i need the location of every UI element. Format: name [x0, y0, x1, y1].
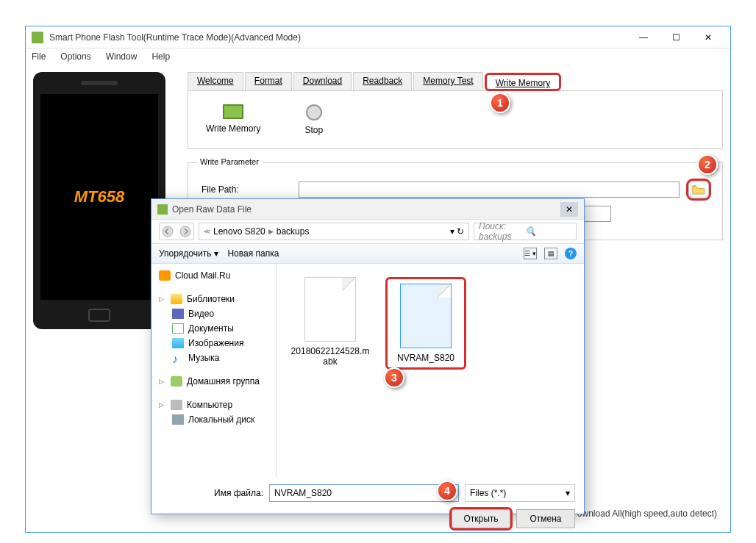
- stop-button[interactable]: Stop: [304, 104, 323, 135]
- file-item[interactable]: 20180622124528.mabk: [290, 277, 371, 367]
- menu-file[interactable]: File: [29, 50, 49, 63]
- stop-icon: [306, 104, 322, 121]
- file-list: 20180622124528.mabk NVRAM_S820: [277, 264, 584, 477]
- window-title: Smart Phone Flash Tool(Runtime Trace Mod…: [49, 32, 627, 43]
- sidebar-item-cloud[interactable]: Cloud Mail.Ru: [154, 268, 273, 283]
- tab-write-memory[interactable]: Write Memory: [485, 73, 561, 91]
- file-icon: [400, 284, 452, 348]
- annotation-callout-4: 4: [437, 481, 457, 501]
- breadcrumb-item-2[interactable]: backups: [277, 226, 310, 237]
- menu-options[interactable]: Options: [57, 50, 93, 63]
- tab-readback[interactable]: Readback: [353, 72, 412, 90]
- svg-point-0: [163, 226, 173, 237]
- computer-icon: [171, 400, 182, 410]
- homegroup-icon: [171, 376, 182, 386]
- nav-forward-button[interactable]: [177, 223, 193, 240]
- open-file-dialog: Open Raw Data File ✕ ≪ Lenovo S820 ▶ bac…: [151, 198, 585, 514]
- menu-help[interactable]: Help: [149, 50, 173, 63]
- tab-memory-test[interactable]: Memory Test: [413, 72, 482, 90]
- video-icon: [172, 309, 184, 319]
- titlebar: Smart Phone Flash Tool(Runtime Trace Mod…: [26, 26, 730, 48]
- memory-icon: [223, 104, 243, 119]
- breadcrumb-item-1[interactable]: Lenovo S820: [213, 226, 265, 237]
- cancel-button[interactable]: Отмена: [516, 509, 575, 528]
- tab-toolbar: Write Memory Stop: [188, 91, 723, 149]
- tabs: Welcome Format Download Readback Memory …: [188, 72, 723, 91]
- file-icon: [304, 277, 356, 342]
- sidebar-item-music[interactable]: ♪Музыка: [154, 350, 273, 365]
- filename-label: Имя файла:: [160, 488, 263, 498]
- sidebar-item-libraries[interactable]: ▷Библиотеки: [154, 292, 273, 306]
- dialog-app-icon: [157, 204, 168, 215]
- dialog-close-button[interactable]: ✕: [560, 202, 578, 217]
- status-text: ownload All(high speed,auto detect): [577, 508, 717, 519]
- maximize-button[interactable]: ☐: [660, 27, 692, 48]
- search-placeholder: Поиск: backups: [479, 221, 525, 242]
- open-button[interactable]: Открыть: [452, 509, 510, 528]
- file-path-label: File Path:: [202, 184, 290, 195]
- filetype-select[interactable]: Files (*.*)▾: [465, 484, 575, 502]
- disk-icon: [172, 414, 184, 425]
- music-icon: ♪: [172, 353, 184, 363]
- sidebar-item-localdisk[interactable]: Локальный диск: [154, 412, 273, 427]
- file-path-input[interactable]: [299, 181, 680, 198]
- svg-point-1: [180, 226, 190, 237]
- dialog-navbar: ≪ Lenovo S820 ▶ backups ▾ ↻ Поиск: backu…: [151, 220, 584, 243]
- dialog-titlebar: Open Raw Data File ✕: [151, 199, 584, 220]
- file-item-nvram[interactable]: NVRAM_S820: [385, 277, 466, 370]
- dialog-sidebar: Cloud Mail.Ru ▷Библиотеки Видео Документ…: [151, 264, 277, 477]
- annotation-callout-2: 2: [697, 154, 718, 175]
- tab-format[interactable]: Format: [245, 72, 292, 90]
- sidebar-item-homegroup[interactable]: ▷Домашняя группа: [154, 374, 273, 389]
- help-icon[interactable]: ?: [565, 248, 577, 259]
- folder-icon: [692, 184, 705, 195]
- search-icon: 🔍: [525, 226, 571, 237]
- menu-window[interactable]: Window: [103, 50, 140, 63]
- sidebar-item-documents[interactable]: Документы: [154, 321, 273, 336]
- new-folder-button[interactable]: Новая папка: [227, 248, 279, 259]
- write-memory-button[interactable]: Write Memory: [206, 104, 260, 135]
- dialog-toolbar: Упорядочить ▾ Новая папка ☰ ▾ ▤ ?: [151, 243, 584, 264]
- sidebar-item-video[interactable]: Видео: [154, 306, 273, 321]
- nav-back-button[interactable]: [160, 223, 176, 240]
- browse-folder-button[interactable]: [688, 181, 709, 198]
- preview-pane-button[interactable]: ▤: [544, 248, 557, 259]
- close-button[interactable]: ✕: [692, 27, 724, 48]
- images-icon: [172, 338, 184, 348]
- param-title: Write Parameter: [197, 157, 262, 166]
- tab-download[interactable]: Download: [293, 72, 352, 90]
- documents-icon: [172, 323, 184, 334]
- search-input[interactable]: Поиск: backups 🔍: [474, 223, 577, 240]
- phone-chip-text: MT658: [74, 187, 124, 206]
- filename-input[interactable]: [269, 484, 459, 502]
- organize-button[interactable]: Упорядочить ▾: [159, 248, 218, 259]
- annotation-callout-3: 3: [384, 367, 404, 388]
- menubar: File Options Window Help: [26, 48, 730, 65]
- cloud-icon: [159, 270, 171, 281]
- annotation-callout-1: 1: [490, 93, 510, 113]
- sidebar-item-computer[interactable]: ▷Компьютер: [154, 398, 273, 412]
- app-icon: [32, 32, 43, 43]
- dialog-title: Open Raw Data File: [172, 204, 560, 215]
- breadcrumb[interactable]: ≪ Lenovo S820 ▶ backups ▾ ↻: [199, 223, 469, 240]
- tab-welcome[interactable]: Welcome: [188, 72, 243, 90]
- libraries-icon: [171, 294, 182, 304]
- minimize-button[interactable]: —: [627, 27, 660, 48]
- view-mode-button[interactable]: ☰ ▾: [524, 248, 537, 259]
- sidebar-item-images[interactable]: Изображения: [154, 336, 273, 350]
